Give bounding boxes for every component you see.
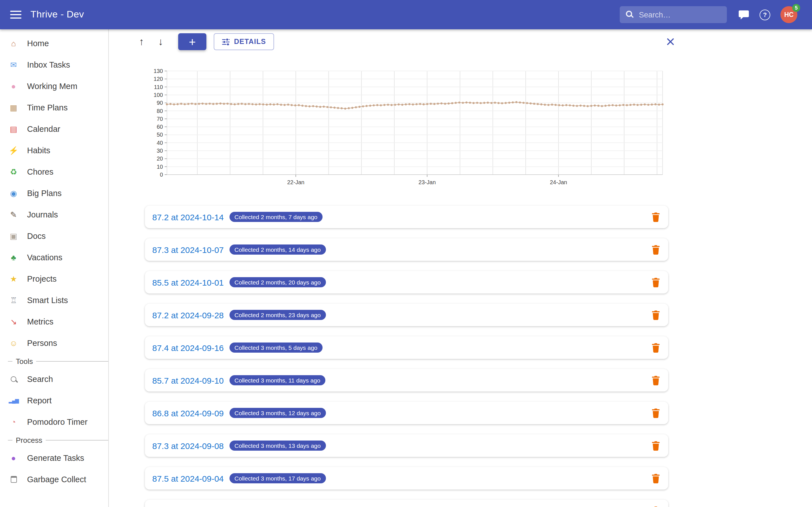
sidebar-item-smart-lists[interactable]: ♖ Smart Lists	[0, 290, 108, 311]
svg-text:80: 80	[157, 108, 163, 114]
sidebar-item-label: Working Mem	[27, 82, 77, 91]
entry-collected-badge: Collected 3 months, 13 days ago	[230, 441, 326, 451]
delete-entry-button[interactable]	[651, 212, 660, 222]
delete-entry-button[interactable]	[651, 375, 660, 385]
delete-entry-button[interactable]	[651, 342, 660, 353]
delete-entry-button[interactable]	[651, 473, 660, 483]
svg-text:50: 50	[157, 131, 163, 138]
sidebar-item-label: Garbage Collect	[27, 475, 86, 484]
search-icon	[7, 376, 20, 382]
header-search-box[interactable]	[620, 6, 727, 23]
entry-collected-badge: Collected 2 months, 20 days ago	[230, 277, 326, 287]
help-icon[interactable]: ?	[760, 9, 770, 20]
chat-icon[interactable]	[738, 10, 749, 20]
sidebar-item-habits[interactable]: ⚡ Habits	[0, 140, 108, 161]
add-entry-button[interactable]: +	[178, 33, 206, 50]
sidebar-item-metrics[interactable]: ↘ Metrics	[0, 311, 108, 332]
docs-icon: ▣	[7, 232, 20, 240]
entry-collected-badge: Collected 3 months, 5 days ago	[230, 342, 322, 353]
sidebar-item-time-plans[interactable]: ▦ Time Plans	[0, 97, 108, 118]
delete-entry-button[interactable]	[651, 441, 660, 451]
garbage-collect-icon	[7, 476, 20, 483]
sidebar-item-generate-tasks[interactable]: ● Generate Tasks	[0, 447, 108, 469]
entry-row: 87.2 at 2024-09-28 Collected 2 months, 2…	[145, 304, 668, 326]
entry-value-link[interactable]: 87.5 at 2024-09-04	[152, 473, 224, 483]
metric-toolbar: ↑ ↓ + DETAILS	[109, 29, 812, 54]
entry-row: 87.2 at 2024-10-14 Collected 2 months, 7…	[145, 206, 668, 228]
entry-collected-badge: Collected 3 months, 12 days ago	[230, 408, 326, 418]
sidebar-item-docs[interactable]: ▣ Docs	[0, 225, 108, 247]
sidebar-item-projects[interactable]: ★ Projects	[0, 268, 108, 290]
trash-icon	[651, 441, 660, 451]
delete-entry-button[interactable]	[651, 277, 660, 287]
sidebar-item-home[interactable]: ⌂ Home	[0, 33, 108, 54]
sidebar-item-vacations[interactable]: ♣ Vacations	[0, 247, 108, 268]
entry-row: 87.3 at 2024-10-07 Collected 2 months, 1…	[145, 238, 668, 261]
entry-value-link[interactable]: 87.4 at 2024-09-16	[152, 343, 224, 352]
trash-icon	[651, 408, 660, 418]
delete-entry-button[interactable]	[651, 506, 660, 507]
sidebar-item-label: Inbox Tasks	[27, 60, 70, 69]
sidebar-item-chores[interactable]: ♻ Chores	[0, 161, 108, 182]
entry-value-link[interactable]: 85.7 at 2024-09-10	[152, 376, 224, 385]
hamburger-menu-icon[interactable]	[10, 11, 21, 18]
sidebar-item-working-mem[interactable]: ● Working Mem	[0, 75, 108, 97]
projects-bulb-icon: ★	[7, 275, 20, 283]
entry-row-partial	[145, 500, 668, 507]
sidebar-item-label: Search	[27, 375, 53, 384]
sidebar-item-label: Big Plans	[27, 189, 62, 198]
sidebar-item-calendar[interactable]: ▤ Calendar	[0, 118, 108, 140]
home-icon: ⌂	[7, 40, 20, 47]
notification-badge: 5	[792, 4, 800, 12]
sidebar: ⌂ Home ✉ Inbox Tasks ● Working Mem ▦ Tim…	[0, 29, 109, 507]
entry-value-link[interactable]: 87.3 at 2024-09-08	[152, 441, 224, 450]
entry-value-link[interactable]: 86.8 at 2024-09-09	[152, 408, 224, 418]
calendar-icon: ▤	[7, 125, 20, 133]
vacations-palm-icon: ♣	[7, 253, 20, 262]
entries-list: 87.2 at 2024-10-14 Collected 2 months, 7…	[145, 206, 668, 507]
sidebar-item-label: Metrics	[27, 317, 53, 326]
entry-value-link[interactable]: 87.3 at 2024-10-07	[152, 245, 224, 255]
sidebar-item-label: Time Plans	[27, 103, 68, 112]
sidebar-item-search[interactable]: Search	[0, 369, 108, 390]
sidebar-item-persons[interactable]: ☺ Persons	[0, 332, 108, 354]
sidebar-item-garbage-collect[interactable]: Garbage Collect	[0, 469, 108, 490]
entry-value-link[interactable]: 87.2 at 2024-09-28	[152, 310, 224, 320]
delete-entry-button[interactable]	[651, 310, 660, 320]
delete-entry-button[interactable]	[651, 408, 660, 418]
trash-icon	[651, 473, 660, 483]
sidebar-item-big-plans[interactable]: ◉ Big Plans	[0, 182, 108, 204]
details-button[interactable]: DETAILS	[214, 33, 274, 50]
move-up-button[interactable]: ↑	[134, 34, 149, 50]
help-glyph: ?	[763, 11, 767, 18]
sidebar-item-label: Projects	[27, 274, 57, 283]
svg-text:110: 110	[154, 84, 163, 90]
sidebar-item-label: Chores	[27, 167, 54, 176]
svg-text:130: 130	[154, 68, 163, 74]
move-down-button[interactable]: ↓	[153, 34, 168, 50]
entry-row: 86.8 at 2024-09-09 Collected 3 months, 1…	[145, 402, 668, 424]
avatar[interactable]: HC 5	[780, 6, 797, 23]
persons-icon: ☺	[7, 339, 20, 347]
pomodoro-timer-icon: ◔	[7, 418, 20, 426]
metric-chart-container: 010203040506070809010011012013022-Jan23-…	[141, 66, 671, 188]
sidebar-item-report[interactable]: ▂▄▆ Report	[0, 390, 108, 411]
entry-row: 85.5 at 2024-10-01 Collected 2 months, 2…	[145, 271, 668, 293]
delete-entry-button[interactable]	[651, 244, 660, 255]
search-input[interactable]	[620, 6, 727, 23]
trash-icon	[651, 310, 660, 320]
journals-icon: ✎	[7, 211, 20, 219]
close-icon[interactable]	[665, 37, 675, 47]
header-actions: ? HC 5	[620, 6, 797, 23]
chores-recycle-icon: ♻	[7, 168, 20, 176]
sidebar-item-pomodoro-timer[interactable]: ◔ Pomodoro Timer	[0, 411, 108, 433]
trash-icon	[651, 212, 660, 222]
entry-collected-badge: Collected 3 months, 17 days ago	[230, 473, 326, 483]
entry-value-link[interactable]: 87.2 at 2024-10-14	[152, 212, 224, 222]
sidebar-section-header: Process	[0, 433, 108, 447]
sidebar-item-journals[interactable]: ✎ Journals	[0, 204, 108, 225]
entry-collected-badge: Collected 2 months, 7 days ago	[230, 212, 322, 222]
entry-value-link[interactable]: 85.5 at 2024-10-01	[152, 277, 224, 287]
sidebar-item-inbox-tasks[interactable]: ✉ Inbox Tasks	[0, 54, 108, 75]
details-label: DETAILS	[234, 38, 266, 46]
